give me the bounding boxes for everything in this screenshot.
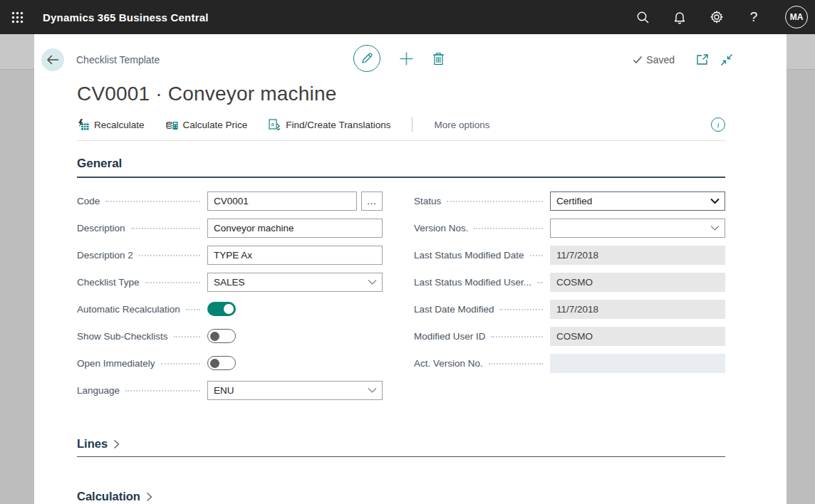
automatic-recalculation-control <box>207 302 383 316</box>
chevron-down-icon <box>710 225 720 231</box>
recalculate-action[interactable]: Recalculate <box>77 119 145 130</box>
dotted-leader <box>125 390 200 392</box>
recalculate-icon <box>77 119 89 130</box>
more-options[interactable]: More options <box>434 120 489 130</box>
action-bar: Recalculate Calculate Price a Find/Creat… <box>77 117 725 141</box>
status-value: Certified <box>556 196 592 206</box>
checklist-template-card: Checklist Template <box>34 34 787 504</box>
dotted-leader <box>139 255 200 256</box>
description-2-field[interactable] <box>207 246 383 265</box>
page-title: CV0001 · Conveyor machine <box>34 78 787 105</box>
waffle-menu-icon[interactable] <box>0 0 34 34</box>
saved-indicator: Saved <box>633 54 675 65</box>
checklist-type-label: Checklist Type <box>77 277 140 288</box>
dotted-leader <box>491 336 543 337</box>
code-assist-button[interactable]: … <box>361 191 383 211</box>
description-2-control <box>207 246 383 265</box>
find-create-translations-action[interactable]: a Find/Create Translations <box>269 119 390 130</box>
record-toolbar <box>353 45 445 72</box>
version-nos-dropdown[interactable] <box>550 219 725 238</box>
field-row-description-2: Description 2 <box>77 241 383 268</box>
dotted-leader <box>499 309 543 310</box>
calculate-price-action[interactable]: Calculate Price <box>166 119 248 130</box>
dotted-leader <box>105 201 200 202</box>
modified-user-id-readonly-field: COSMO <box>550 327 725 346</box>
field-row-description: Description <box>77 214 383 241</box>
description-field[interactable] <box>207 219 383 238</box>
lines-section-heading[interactable]: Lines <box>77 437 725 457</box>
calculation-section-heading[interactable]: Calculation <box>77 490 725 504</box>
act-version-no-control <box>550 354 725 373</box>
language-dropdown[interactable]: ENU <box>207 381 383 400</box>
general-section-heading[interactable]: General <box>77 157 725 178</box>
toggle-knob <box>224 304 234 314</box>
modified-user-id-label: Modified User ID <box>414 331 486 342</box>
status-dropdown[interactable]: Certified <box>550 191 725 211</box>
last-date-modified-control: 11/7/2018 <box>550 300 725 319</box>
edit-pencil-icon[interactable] <box>353 45 380 72</box>
user-avatar[interactable]: MA <box>785 6 808 28</box>
show-sub-checklists-toggle[interactable] <box>207 329 236 343</box>
back-button[interactable] <box>41 48 64 71</box>
info-icon[interactable]: i <box>711 117 725 132</box>
general-left-column: Code…DescriptionDescription 2Checklist T… <box>77 187 383 404</box>
modified-user-id-control: COSMO <box>550 327 725 346</box>
dotted-leader <box>474 228 543 229</box>
code-field[interactable] <box>207 191 357 211</box>
app-title[interactable]: Dynamics 365 Business Central <box>43 11 209 23</box>
collapse-icon[interactable] <box>720 53 733 66</box>
field-row-last-date-modified: Last Date Modified11/7/2018 <box>414 295 725 322</box>
open-immediately-toggle[interactable] <box>207 356 236 370</box>
field-row-act-version-no: Act. Version No. <box>414 350 725 377</box>
toggle-knob <box>210 359 219 368</box>
chevron-down-icon <box>710 198 720 204</box>
settings-gear-icon[interactable] <box>708 9 725 26</box>
description-label: Description <box>77 223 125 233</box>
dotted-leader <box>537 282 543 283</box>
dotted-leader <box>489 363 543 364</box>
chevron-down-icon <box>368 387 377 394</box>
last-status-modified-user-readonly-field: COSMO <box>550 273 725 292</box>
calculation-label: Calculation <box>77 490 140 503</box>
field-row-code: Code… <box>77 187 383 214</box>
field-row-status: StatusCertified <box>414 187 725 214</box>
breadcrumb[interactable]: Checklist Template <box>76 54 160 65</box>
notifications-bell-icon[interactable] <box>671 9 688 26</box>
plus-icon[interactable] <box>399 51 414 66</box>
show-sub-checklists-label: Show Sub-Checklists <box>77 331 168 342</box>
description-2-label: Description 2 <box>77 250 133 261</box>
version-nos-control <box>550 219 725 238</box>
dotted-leader <box>145 282 200 283</box>
open-immediately-label: Open Immediately <box>77 358 155 369</box>
act-version-no-label: Act. Version No. <box>414 358 483 369</box>
top-navigation-bar: Dynamics 365 Business Central ? MA <box>0 0 815 34</box>
last-status-modified-date-label: Last Status Modified Date <box>414 250 524 261</box>
last-status-modified-user-label: Last Status Modified User... <box>414 277 531 288</box>
last-status-modified-user-control: COSMO <box>550 273 725 292</box>
last-date-modified-label: Last Date Modified <box>414 304 494 315</box>
show-sub-checklists-control <box>207 329 383 343</box>
chevron-down-icon <box>368 279 377 285</box>
dotted-leader <box>131 228 200 229</box>
status-control: Certified <box>550 191 725 211</box>
recalculate-label: Recalculate <box>94 120 145 130</box>
code-label: Code <box>77 196 100 206</box>
translations-icon: a <box>269 119 281 130</box>
dotted-leader <box>186 309 200 310</box>
field-row-modified-user-id: Modified User IDCOSMO <box>414 322 725 350</box>
general-section: General Code…DescriptionDescription 2Che… <box>77 157 725 404</box>
action-bar-divider <box>412 117 412 132</box>
help-glyph: ? <box>750 9 758 25</box>
dotted-leader <box>161 363 200 364</box>
checklist-type-value: SALES <box>214 277 245 288</box>
search-icon[interactable] <box>634 9 651 26</box>
automatic-recalculation-toggle[interactable] <box>207 302 236 316</box>
popout-icon[interactable] <box>696 53 709 66</box>
help-icon[interactable]: ? <box>745 9 762 26</box>
field-row-open-immediately: Open Immediately <box>77 350 383 377</box>
general-right-column: StatusCertifiedVersion Nos.Last Status M… <box>414 187 725 404</box>
trash-icon[interactable] <box>432 51 445 65</box>
field-row-last-status-modified-date: Last Status Modified Date11/7/2018 <box>414 241 725 268</box>
checklist-type-dropdown[interactable]: SALES <box>207 273 383 292</box>
status-label: Status <box>414 196 441 206</box>
